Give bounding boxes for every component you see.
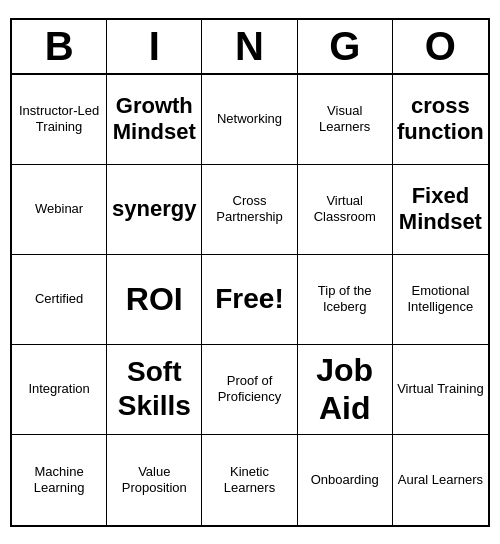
cell-text-16: Soft Skills bbox=[111, 355, 197, 422]
cell-text-0: Instructor-Led Training bbox=[16, 103, 102, 134]
header-n: N bbox=[202, 20, 297, 73]
cell-text-7: Cross Partnership bbox=[206, 193, 292, 224]
cell-text-17: Proof of Proficiency bbox=[206, 373, 292, 404]
cell-text-22: Kinetic Learners bbox=[206, 464, 292, 495]
bingo-cell-16[interactable]: Soft Skills bbox=[107, 345, 202, 435]
bingo-cell-9[interactable]: Fixed Mindset bbox=[393, 165, 488, 255]
header-o: O bbox=[393, 20, 488, 73]
bingo-cell-7[interactable]: Cross Partnership bbox=[202, 165, 297, 255]
header-g: G bbox=[298, 20, 393, 73]
bingo-grid: Instructor-Led TrainingGrowth MindsetNet… bbox=[12, 75, 488, 525]
cell-text-11: ROI bbox=[126, 280, 183, 318]
bingo-cell-5[interactable]: Webinar bbox=[12, 165, 107, 255]
bingo-cell-12[interactable]: Free! bbox=[202, 255, 297, 345]
cell-text-21: Value Proposition bbox=[111, 464, 197, 495]
bingo-cell-13[interactable]: Tip of the Iceberg bbox=[298, 255, 393, 345]
header-i: I bbox=[107, 20, 202, 73]
bingo-cell-22[interactable]: Kinetic Learners bbox=[202, 435, 297, 525]
cell-text-12: Free! bbox=[215, 282, 283, 316]
cell-text-24: Aural Learners bbox=[398, 472, 483, 488]
cell-text-18: Job Aid bbox=[302, 351, 388, 428]
cell-text-2: Networking bbox=[217, 111, 282, 127]
bingo-cell-8[interactable]: Virtual Classroom bbox=[298, 165, 393, 255]
bingo-card: B I N G O Instructor-Led TrainingGrowth … bbox=[10, 18, 490, 527]
bingo-cell-24[interactable]: Aural Learners bbox=[393, 435, 488, 525]
bingo-cell-18[interactable]: Job Aid bbox=[298, 345, 393, 435]
bingo-cell-1[interactable]: Growth Mindset bbox=[107, 75, 202, 165]
bingo-cell-17[interactable]: Proof of Proficiency bbox=[202, 345, 297, 435]
bingo-header: B I N G O bbox=[12, 20, 488, 75]
bingo-cell-14[interactable]: Emotional Intelligence bbox=[393, 255, 488, 345]
bingo-cell-2[interactable]: Networking bbox=[202, 75, 297, 165]
cell-text-4: cross function bbox=[397, 93, 484, 146]
cell-text-9: Fixed Mindset bbox=[397, 183, 484, 236]
bingo-cell-0[interactable]: Instructor-Led Training bbox=[12, 75, 107, 165]
cell-text-23: Onboarding bbox=[311, 472, 379, 488]
header-b: B bbox=[12, 20, 107, 73]
cell-text-5: Webinar bbox=[35, 201, 83, 217]
bingo-cell-3[interactable]: Visual Learners bbox=[298, 75, 393, 165]
bingo-cell-15[interactable]: Integration bbox=[12, 345, 107, 435]
bingo-cell-11[interactable]: ROI bbox=[107, 255, 202, 345]
bingo-cell-20[interactable]: Machine Learning bbox=[12, 435, 107, 525]
bingo-cell-19[interactable]: Virtual Training bbox=[393, 345, 488, 435]
bingo-cell-23[interactable]: Onboarding bbox=[298, 435, 393, 525]
cell-text-15: Integration bbox=[28, 381, 89, 397]
cell-text-19: Virtual Training bbox=[397, 381, 483, 397]
cell-text-20: Machine Learning bbox=[16, 464, 102, 495]
cell-text-8: Virtual Classroom bbox=[302, 193, 388, 224]
cell-text-13: Tip of the Iceberg bbox=[302, 283, 388, 314]
bingo-cell-4[interactable]: cross function bbox=[393, 75, 488, 165]
cell-text-1: Growth Mindset bbox=[111, 93, 197, 146]
cell-text-10: Certified bbox=[35, 291, 83, 307]
cell-text-3: Visual Learners bbox=[302, 103, 388, 134]
cell-text-14: Emotional Intelligence bbox=[397, 283, 484, 314]
cell-text-6: synergy bbox=[112, 196, 196, 222]
bingo-cell-21[interactable]: Value Proposition bbox=[107, 435, 202, 525]
bingo-cell-10[interactable]: Certified bbox=[12, 255, 107, 345]
bingo-cell-6[interactable]: synergy bbox=[107, 165, 202, 255]
